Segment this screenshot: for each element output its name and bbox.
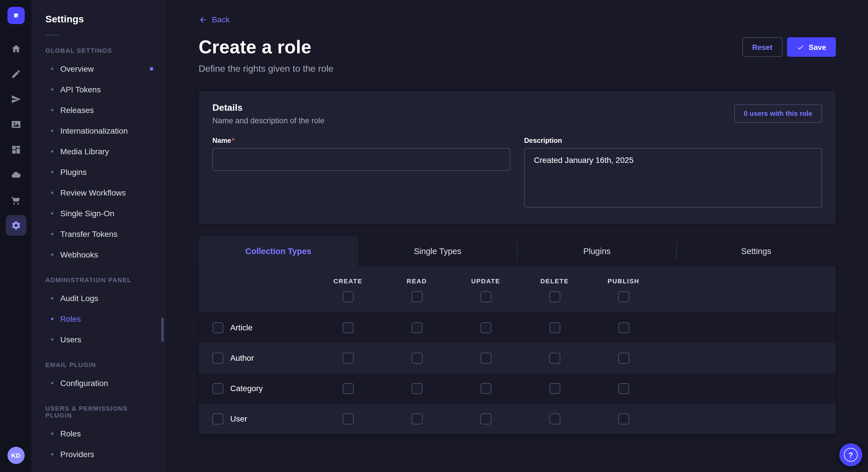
sidebar-item-label: Providers [60,450,94,459]
select-all-publish-checkbox[interactable] [618,291,629,302]
sidebar-item-configuration[interactable]: Configuration [32,373,165,394]
author-update-checkbox[interactable] [480,352,491,363]
category-read-checkbox[interactable] [411,383,422,394]
column-label-publish: PUBLISH [589,277,658,284]
permission-row-label: Category [230,384,263,393]
select-all-read-checkbox[interactable] [411,291,422,302]
sidebar-item-label: Roles [60,314,81,324]
permission-row-toggle[interactable]: Category [198,383,313,394]
sidebar-item-roles-up[interactable]: Roles [32,423,165,444]
tab-plugins[interactable]: Plugins [517,236,677,266]
sidebar-item-single-sign-on[interactable]: Single Sign-On [32,203,165,224]
permission-row-toggle[interactable]: Article [198,322,313,333]
strapi-logo[interactable] [7,7,24,24]
sidebar-item-roles-admin[interactable]: Roles [32,308,165,329]
permission-row-label: Author [230,353,254,363]
settings-gear-icon[interactable] [5,215,26,236]
select-all-update-checkbox[interactable] [480,291,491,302]
sidebar-item-label: API Tokens [60,85,101,94]
user-create-checkbox[interactable] [342,413,353,424]
back-link[interactable]: Back [198,15,229,24]
header-actions: Reset Save [742,37,836,57]
name-input[interactable] [212,148,510,171]
cloud-icon[interactable] [5,165,26,185]
sidebar-item-overview[interactable]: Overview [32,59,165,79]
category-create-checkbox[interactable] [342,383,353,394]
user-update-checkbox[interactable] [480,413,491,424]
user-publish-checkbox[interactable] [618,413,629,424]
article-publish-checkbox[interactable] [618,322,629,333]
user-read-checkbox[interactable] [411,413,422,424]
permission-row-user: User [198,403,836,434]
user-delete-checkbox[interactable] [549,413,560,424]
sidebar-item-transfer-tokens[interactable]: Transfer Tokens [32,224,165,244]
author-delete-checkbox[interactable] [549,352,560,363]
row-select-checkbox[interactable] [212,413,223,424]
sidebar-scrollbar-thumb[interactable] [161,318,164,342]
help-button[interactable]: ? [839,443,862,466]
sidebar-item-audit-logs[interactable]: Audit Logs [32,288,165,308]
sidebar-item-releases[interactable]: Releases [32,100,165,121]
bullet-icon [51,453,53,456]
sidebar-item-label: Media Library [60,147,109,156]
media-library-icon[interactable] [5,114,26,135]
tab-single-types[interactable]: Single Types [358,236,517,266]
strapi-logo-icon [11,11,20,20]
description-field: Description Created January 16th, 2025 [524,136,822,210]
column-label-create: CREATE [313,277,382,284]
content-builder-icon[interactable] [5,139,26,160]
sidebar-item-label: Webhooks [60,250,98,259]
permission-row-label: User [230,414,247,423]
sidebar-item-internationalization[interactable]: Internationalization [32,121,165,141]
permission-row-toggle[interactable]: Author [198,352,313,363]
bullet-icon [51,150,53,153]
pen-icon[interactable] [5,64,26,84]
icon-rail: KD [0,0,32,472]
select-all-create-checkbox[interactable] [342,291,353,302]
reset-button[interactable]: Reset [742,37,782,57]
home-icon[interactable] [5,38,26,59]
permission-row-toggle[interactable]: User [198,413,313,424]
tab-collection-types[interactable]: Collection Types [198,236,358,266]
paper-plane-icon[interactable] [5,89,26,109]
sidebar-item-label: Plugins [60,167,87,177]
category-delete-checkbox[interactable] [549,383,560,394]
select-all-delete-checkbox[interactable] [549,291,560,302]
sidebar-item-providers[interactable]: Providers [32,444,165,465]
sidebar-item-plugins[interactable]: Plugins [32,162,165,182]
article-update-checkbox[interactable] [480,322,491,333]
details-card-header: Details Name and description of the role… [212,102,822,125]
user-avatar[interactable]: KD [7,447,24,464]
permissions-tabs: Collection Types Single Types Plugins Se… [198,236,836,266]
author-read-checkbox[interactable] [411,352,422,363]
row-select-checkbox[interactable] [212,352,223,363]
description-textarea[interactable]: Created January 16th, 2025 [524,148,822,207]
category-update-checkbox[interactable] [480,383,491,394]
permission-row-author: Author [198,343,836,373]
bullet-icon [51,338,53,341]
row-select-checkbox[interactable] [212,322,223,333]
sidebar-item-webhooks[interactable]: Webhooks [32,244,165,265]
row-select-checkbox[interactable] [212,383,223,394]
article-delete-checkbox[interactable] [549,322,560,333]
bullet-icon [51,109,53,111]
tab-settings[interactable]: Settings [677,236,836,266]
users-with-role-button[interactable]: 0 users with this role [734,104,822,123]
notification-dot-icon [150,67,153,71]
sidebar-title: Settings [45,14,151,25]
details-title: Details [212,102,324,113]
permission-row-label: Article [230,323,253,332]
author-publish-checkbox[interactable] [618,352,629,363]
sidebar-item-api-tokens[interactable]: API Tokens [32,79,165,100]
sidebar-section-label-email: EMAIL PLUGIN [45,361,151,368]
article-read-checkbox[interactable] [411,322,422,333]
sidebar-item-users[interactable]: Users [32,329,165,350]
article-create-checkbox[interactable] [342,322,353,333]
column-label-delete: DELETE [520,277,589,284]
sidebar-item-media-library[interactable]: Media Library [32,141,165,162]
category-publish-checkbox[interactable] [618,383,629,394]
save-button[interactable]: Save [787,37,836,57]
marketplace-cart-icon[interactable] [5,190,26,210]
sidebar-item-review-workflows[interactable]: Review Workflows [32,182,165,203]
author-create-checkbox[interactable] [342,352,353,363]
